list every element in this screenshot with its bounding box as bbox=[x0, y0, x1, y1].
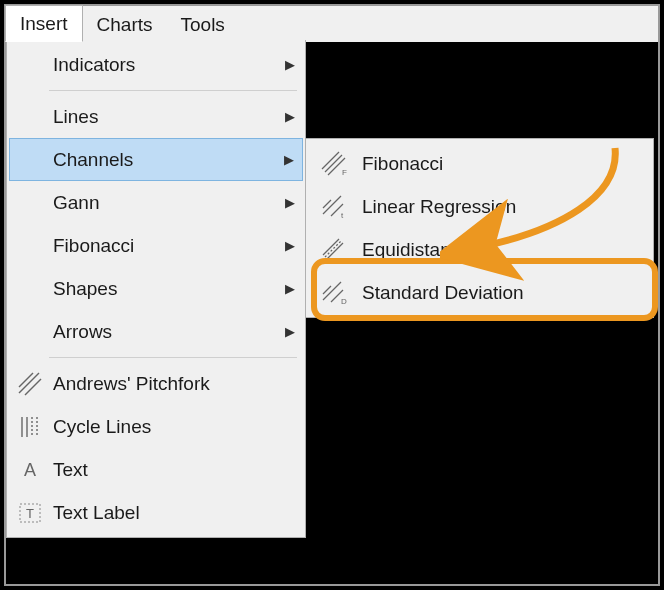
submenu-item-linear-regression[interactable]: t Linear Regression bbox=[308, 185, 651, 228]
submenu-item-fibonacci[interactable]: F Fibonacci bbox=[308, 142, 651, 185]
menu-separator bbox=[49, 90, 297, 91]
svg-text:t: t bbox=[341, 211, 344, 220]
svg-text:F: F bbox=[342, 168, 347, 177]
svg-line-2 bbox=[25, 379, 41, 395]
menu-item-label: Indicators bbox=[51, 54, 277, 76]
text-label-icon: T bbox=[9, 491, 51, 534]
menu-item-label: Text bbox=[51, 459, 303, 481]
menu-item-arrows[interactable]: Arrows ▶ bbox=[9, 310, 303, 353]
submenu-arrow-icon: ▶ bbox=[277, 195, 303, 210]
svg-text:T: T bbox=[26, 506, 34, 521]
blank-icon bbox=[9, 224, 51, 267]
cycle-lines-icon bbox=[9, 405, 51, 448]
svg-line-0 bbox=[19, 373, 39, 393]
submenu-item-standard-deviation[interactable]: D Standard Deviation bbox=[308, 271, 651, 314]
menu-item-shapes[interactable]: Shapes ▶ bbox=[9, 267, 303, 310]
menu-item-andrews-pitchfork[interactable]: Andrews' Pitchfork bbox=[9, 362, 303, 405]
blank-icon bbox=[9, 95, 51, 138]
menubar-item-charts[interactable]: Charts bbox=[83, 6, 167, 42]
channel-standard-deviation-icon: D bbox=[308, 271, 360, 314]
menu-insert: Indicators ▶ Lines ▶ Channels ▶ Gann ▶ F… bbox=[6, 40, 306, 538]
submenu-item-label: Standard Deviation bbox=[360, 282, 651, 304]
svg-line-1 bbox=[19, 373, 33, 387]
submenu-arrow-icon: ▶ bbox=[277, 281, 303, 296]
submenu-channels: F Fibonacci t Linear Regression bbox=[305, 138, 654, 318]
menu-item-lines[interactable]: Lines ▶ bbox=[9, 95, 303, 138]
menu-item-text-label[interactable]: T Text Label bbox=[9, 491, 303, 534]
menu-item-label: Text Label bbox=[51, 502, 303, 524]
menubar: Insert Charts Tools bbox=[6, 6, 658, 42]
menu-item-label: Lines bbox=[51, 106, 277, 128]
submenu-arrow-icon: ▶ bbox=[276, 152, 302, 167]
menu-item-label: Shapes bbox=[51, 278, 277, 300]
menu-item-text[interactable]: A Text bbox=[9, 448, 303, 491]
text-icon: A bbox=[9, 448, 51, 491]
menu-item-cycle-lines[interactable]: Cycle Lines bbox=[9, 405, 303, 448]
submenu-arrow-icon: ▶ bbox=[277, 109, 303, 124]
pitchfork-icon bbox=[9, 362, 51, 405]
menubar-item-label: Insert bbox=[20, 13, 68, 35]
menu-item-label: Gann bbox=[51, 192, 277, 214]
menu-item-label: Cycle Lines bbox=[51, 416, 303, 438]
blank-icon bbox=[9, 310, 51, 353]
svg-text:A: A bbox=[24, 460, 36, 480]
blank-icon bbox=[9, 267, 51, 310]
menu-separator bbox=[49, 357, 297, 358]
menu-item-gann[interactable]: Gann ▶ bbox=[9, 181, 303, 224]
menu-item-indicators[interactable]: Indicators ▶ bbox=[9, 43, 303, 86]
menu-item-label: Andrews' Pitchfork bbox=[51, 373, 303, 395]
submenu-item-label: Fibonacci bbox=[360, 153, 651, 175]
menu-item-channels[interactable]: Channels ▶ bbox=[9, 138, 303, 181]
svg-line-18 bbox=[323, 239, 339, 255]
menu-item-fibonacci[interactable]: Fibonacci ▶ bbox=[9, 224, 303, 267]
menubar-item-insert[interactable]: Insert bbox=[5, 5, 83, 42]
menu-item-label: Channels bbox=[51, 149, 276, 171]
svg-text:D: D bbox=[341, 297, 347, 306]
blank-icon bbox=[9, 43, 51, 86]
menu-item-label: Fibonacci bbox=[51, 235, 277, 257]
channel-fibonacci-icon: F bbox=[308, 142, 360, 185]
submenu-item-equidistant[interactable]: Equidistant bbox=[308, 228, 651, 271]
menu-item-label: Arrows bbox=[51, 321, 277, 343]
submenu-arrow-icon: ▶ bbox=[277, 238, 303, 253]
submenu-item-label: Linear Regression bbox=[360, 196, 651, 218]
submenu-arrow-icon: ▶ bbox=[277, 57, 303, 72]
blank-icon bbox=[9, 181, 51, 224]
menubar-item-label: Tools bbox=[181, 14, 225, 36]
menubar-item-label: Charts bbox=[97, 14, 153, 36]
submenu-item-label: Equidistant bbox=[360, 239, 651, 261]
svg-line-20 bbox=[325, 241, 341, 257]
channel-equidistant-icon bbox=[308, 228, 360, 271]
svg-line-19 bbox=[327, 243, 343, 259]
submenu-arrow-icon: ▶ bbox=[277, 324, 303, 339]
menubar-item-tools[interactable]: Tools bbox=[167, 6, 239, 42]
channel-linear-regression-icon: t bbox=[308, 185, 360, 228]
blank-icon bbox=[10, 139, 51, 180]
